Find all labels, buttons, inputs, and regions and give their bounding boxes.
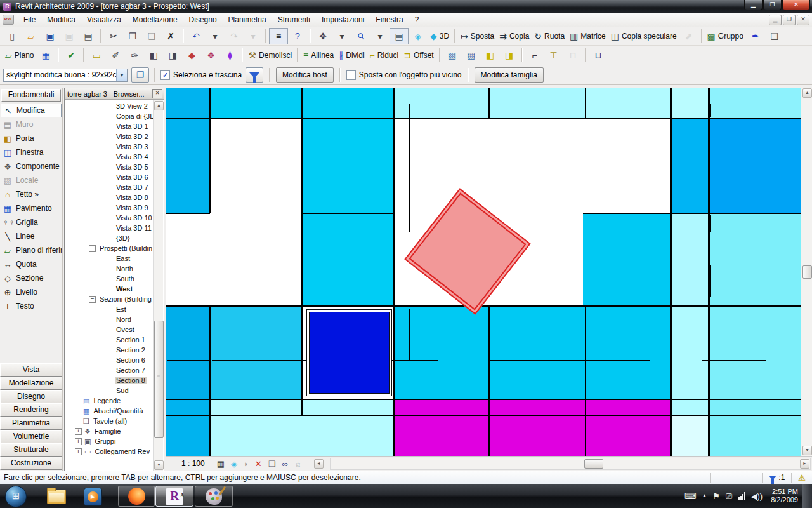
steer-button[interactable]: ✥ bbox=[313, 28, 332, 44]
tree-item-vista3d3[interactable]: Vista 3D 3 bbox=[65, 142, 154, 152]
tree-item-vista3d11[interactable]: Vista 3D 11 bbox=[65, 223, 154, 233]
menu-finestra[interactable]: Finestra bbox=[370, 14, 409, 25]
join3-button[interactable]: ◧ bbox=[481, 47, 500, 64]
join1-button[interactable]: ▧ bbox=[443, 47, 462, 64]
help-button[interactable]: ? bbox=[288, 28, 307, 44]
vertical-scrollbar-thumb[interactable] bbox=[802, 265, 812, 279]
design-bar-header[interactable]: Fondamentali bbox=[1, 89, 61, 102]
speaker-icon[interactable]: ◀)) bbox=[751, 492, 763, 500]
purp-button[interactable]: ⧫ bbox=[220, 47, 239, 64]
tree-item-section7[interactable]: Section 7 bbox=[65, 365, 154, 375]
scroll-up-icon[interactable]: ▲ bbox=[802, 88, 812, 98]
tree-item-south[interactable]: South bbox=[65, 274, 154, 284]
spell-button[interactable]: ✔ bbox=[62, 47, 81, 64]
media-player-taskbar-icon[interactable]: ▶ bbox=[84, 488, 102, 506]
trim-button[interactable]: ⌐Riduci bbox=[367, 47, 402, 64]
expand-icon[interactable]: + bbox=[75, 438, 82, 445]
pin-button[interactable]: ✒ bbox=[746, 28, 765, 44]
tree-item-north[interactable]: North bbox=[65, 264, 154, 274]
cube-button[interactable]: ◈ bbox=[409, 28, 428, 44]
tree-item-est[interactable]: Est bbox=[65, 304, 154, 314]
plane-button[interactable]: ▱Piano bbox=[3, 47, 36, 64]
tree-item-section6[interactable]: Section 6 bbox=[65, 355, 154, 365]
print-button[interactable]: ▤ bbox=[79, 28, 98, 44]
menu-visualizza[interactable]: Visualizza bbox=[81, 14, 127, 25]
design-tool-linee[interactable]: ╲Linee bbox=[0, 229, 62, 243]
tree-item-3dview2[interactable]: 3D View 2 bbox=[65, 101, 154, 111]
design-tool-porta[interactable]: ◧Porta bbox=[0, 131, 62, 145]
mdi-restore-button[interactable]: ❐ bbox=[783, 15, 796, 25]
vprops-button[interactable]: ▤ bbox=[390, 28, 409, 44]
tree-item-section8[interactable]: Section 8 bbox=[65, 375, 154, 385]
checkbox-unchecked-icon[interactable] bbox=[346, 70, 356, 80]
tree-item-vista3d1[interactable]: Vista 3D 1 bbox=[65, 121, 154, 131]
detail-icon[interactable]: ▦ bbox=[217, 460, 225, 468]
explorer-taskbar-icon[interactable] bbox=[47, 490, 66, 504]
menu-?[interactable]: ? bbox=[409, 14, 425, 25]
offset-button[interactable]: ⊐Offset bbox=[401, 47, 436, 64]
split-button[interactable]: ∦Dividi bbox=[336, 47, 367, 64]
del-button[interactable]: ✗ bbox=[161, 28, 180, 44]
clock[interactable]: 2:51 PM 8/2/2009 bbox=[771, 488, 798, 504]
menu-planimetria[interactable]: Planimetria bbox=[223, 14, 272, 25]
scroll-up-icon[interactable]: ▲ bbox=[154, 101, 164, 110]
drop-button[interactable]: ▾ bbox=[370, 28, 390, 44]
wallj-button[interactable]: ⊔ bbox=[589, 47, 608, 64]
copy-button[interactable]: ❐ bbox=[123, 28, 142, 44]
design-tab-strutturale[interactable]: Strutturale bbox=[0, 443, 62, 457]
design-tool-pianodiriferim[interactable]: ▱Piano di riferim bbox=[0, 243, 62, 257]
tree-item-vista3d5[interactable]: Vista 3D 5 bbox=[65, 162, 154, 172]
zoom-button[interactable]: ⚲ bbox=[351, 28, 370, 44]
group-button[interactable]: ▩Gruppo bbox=[705, 28, 746, 44]
design-tab-rendering[interactable]: Rendering bbox=[0, 403, 62, 417]
tree-item-west[interactable]: West bbox=[65, 284, 154, 294]
tree-item-collegamentirev[interactable]: +▭Collegamenti Rev bbox=[65, 446, 154, 457]
view-scale[interactable]: 1 : 100 bbox=[181, 459, 205, 468]
close-icon[interactable]: ✕ bbox=[152, 89, 162, 98]
collapse-icon[interactable]: − bbox=[89, 245, 96, 252]
design-tool-pavimento[interactable]: ▦Pavimento bbox=[0, 201, 62, 215]
design-tab-modellazione[interactable]: Modellazione bbox=[0, 377, 62, 390]
tree-item-vista3d2[interactable]: Vista 3D 2 bbox=[65, 131, 154, 142]
paint-button[interactable]: ◆ bbox=[182, 47, 201, 64]
design-tab-planimetria[interactable]: Planimetria bbox=[0, 417, 62, 430]
tree-item-section1[interactable]: Section 1 bbox=[65, 335, 154, 345]
expand-icon[interactable]: + bbox=[75, 448, 82, 455]
tree-item-gruppi[interactable]: +▣Gruppi bbox=[65, 436, 154, 446]
move-nearby-checkbox[interactable]: Sposta con l'oggetto più vicino bbox=[346, 70, 462, 80]
demol-button[interactable]: ⚒Demolisci bbox=[246, 47, 294, 64]
menu-modifica[interactable]: Modifica bbox=[41, 14, 81, 25]
tree-item-section2[interactable]: Section 2 bbox=[65, 345, 154, 355]
tree-item-east[interactable]: East bbox=[65, 253, 154, 264]
revit-taskbar-button[interactable]: RA bbox=[155, 486, 193, 507]
shadow-icon[interactable]: ◗ bbox=[244, 460, 249, 468]
design-tab-volumetrie[interactable]: Volumetrie bbox=[0, 430, 62, 443]
signal-icon[interactable] bbox=[738, 492, 745, 500]
horizontal-scrollbar-thumb[interactable] bbox=[584, 459, 603, 469]
design-tool-testo[interactable]: TTesto bbox=[0, 299, 62, 313]
match-button[interactable]: ✐ bbox=[106, 47, 125, 64]
cut-button[interactable]: ✂ bbox=[104, 28, 123, 44]
copymv-button[interactable]: ⇉Copia bbox=[497, 28, 532, 44]
boxr-button[interactable]: ❖ bbox=[201, 47, 220, 64]
open-button[interactable]: ▱ bbox=[22, 28, 41, 44]
design-tool-livello[interactable]: ⊕Livello bbox=[0, 285, 62, 299]
tree-item-vista3d7[interactable]: Vista 3D 7 bbox=[65, 182, 154, 192]
design-tool-tetto[interactable]: ⌂Tetto » bbox=[0, 187, 62, 201]
door1-button[interactable]: ◧ bbox=[144, 47, 163, 64]
firefox-taskbar-button[interactable] bbox=[118, 486, 155, 507]
design-tool-quota[interactable]: ↔Quota bbox=[0, 257, 62, 271]
tree-item-vista3d6[interactable]: Vista 3D 6 bbox=[65, 172, 154, 182]
undo-button[interactable]: ↶ bbox=[187, 28, 206, 44]
show-desktop-button[interactable] bbox=[802, 484, 812, 508]
restore-button[interactable]: ❐ bbox=[763, 0, 782, 10]
cube3d-button[interactable]: ◆3D bbox=[428, 28, 452, 44]
mirror-button[interactable]: ◫Copia speculare bbox=[608, 28, 679, 44]
nib-button[interactable]: ✑ bbox=[125, 47, 144, 64]
expand-icon[interactable]: + bbox=[75, 428, 82, 435]
tree-item-vista3d4[interactable]: Vista 3D 4 bbox=[65, 152, 154, 162]
menu-strumenti[interactable]: Strumenti bbox=[272, 14, 316, 25]
tree-item-nord[interactable]: Nord bbox=[65, 314, 154, 324]
show-hidden-icons[interactable]: ▲ bbox=[702, 493, 707, 498]
align-button[interactable]: ≡Allinea bbox=[301, 47, 336, 64]
